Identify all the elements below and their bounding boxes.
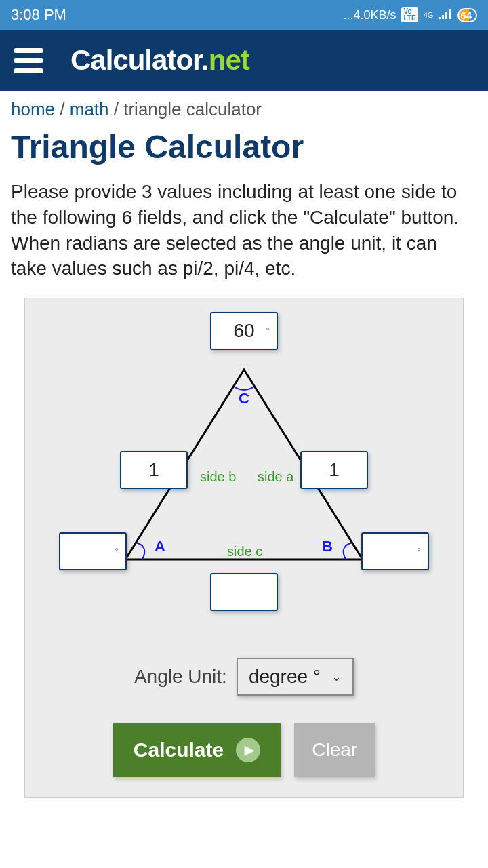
logo-ext: net	[209, 44, 249, 76]
status-right: ...4.0KB/s VoLTE 4G 64	[343, 7, 477, 22]
breadcrumb: home / math / triangle calculator	[0, 91, 488, 125]
angle-unit-select[interactable]: degree ° ⌄	[237, 658, 354, 696]
page-title: Triangle Calculator	[0, 125, 488, 179]
instructions-text: Please provide 3 values including at lea…	[0, 179, 488, 298]
button-row: Calculate ▶ Clear	[39, 723, 449, 777]
angle-unit-row: Angle Unit: degree ° ⌄	[39, 658, 449, 696]
volte-icon: VoLTE	[401, 7, 418, 22]
angle-unit-selected: degree °	[249, 666, 321, 688]
angle-unit-label: Angle Unit:	[134, 666, 227, 688]
side-a-value: 1	[302, 459, 367, 481]
vertex-A-label: A	[155, 538, 165, 555]
breadcrumb-sep: /	[114, 99, 123, 119]
vertex-C-label: C	[239, 390, 249, 407]
calculate-button[interactable]: Calculate ▶	[113, 723, 281, 777]
logo-main: Calculator.	[70, 44, 209, 76]
calculator-panel: C A B side b side a side c 60 ° 1 1 ° °	[24, 298, 464, 798]
side-b-value: 1	[121, 459, 186, 481]
site-logo[interactable]: Calculator.net	[70, 44, 249, 77]
side-a-label: side a	[258, 469, 294, 484]
degree-icon: °	[417, 546, 421, 557]
battery-level: 64	[460, 9, 472, 21]
clear-button[interactable]: Clear	[294, 723, 375, 777]
side-c-label: side c	[227, 544, 262, 559]
network-type: 4G	[424, 12, 434, 19]
chevron-down-icon: ⌄	[331, 669, 342, 684]
status-time: 3:08 PM	[11, 6, 66, 24]
menu-icon[interactable]	[14, 48, 43, 73]
breadcrumb-current: triangle calculator	[123, 99, 262, 119]
breadcrumb-sep: /	[60, 99, 69, 119]
vertex-B-label: B	[322, 538, 333, 555]
play-icon: ▶	[236, 738, 260, 762]
app-header: Calculator.net	[0, 30, 488, 91]
side-b-input[interactable]: 1	[120, 451, 188, 489]
breadcrumb-math[interactable]: math	[70, 99, 109, 119]
degree-icon: °	[266, 326, 270, 336]
clear-label: Clear	[312, 739, 357, 760]
status-bar: 3:08 PM ...4.0KB/s VoLTE 4G 64	[0, 0, 488, 30]
side-a-input[interactable]: 1	[300, 451, 368, 489]
side-b-label: side b	[200, 469, 236, 484]
data-speed: ...4.0KB/s	[343, 8, 396, 22]
side-c-input[interactable]	[210, 573, 278, 611]
triangle-diagram: C A B side b side a side c 60 ° 1 1 ° °	[39, 312, 449, 637]
breadcrumb-home[interactable]: home	[11, 99, 55, 119]
degree-icon: °	[115, 546, 119, 557]
signal-icon	[439, 8, 452, 22]
calculate-label: Calculate	[134, 738, 224, 762]
angle-B-input[interactable]: °	[361, 532, 429, 570]
angle-A-input[interactable]: °	[59, 532, 127, 570]
angle-C-input[interactable]: 60 °	[210, 312, 278, 350]
battery-indicator: 64	[458, 8, 477, 22]
